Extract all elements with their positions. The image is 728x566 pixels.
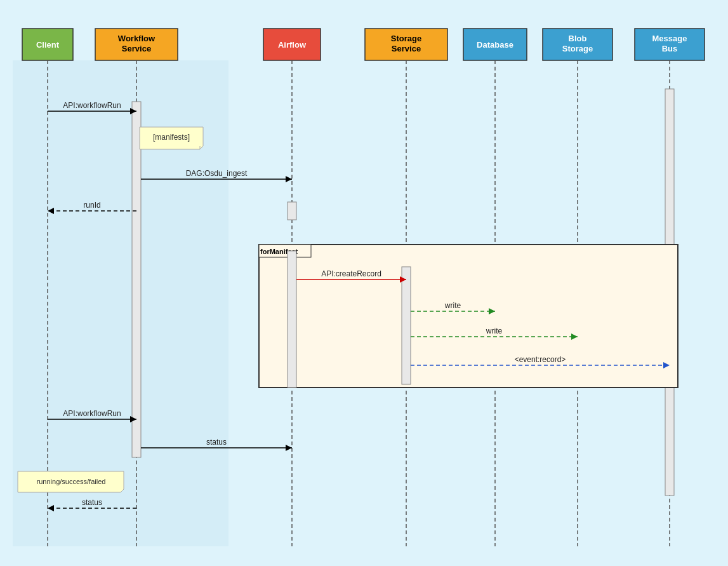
svg-text:[manifests]: [manifests]	[153, 133, 190, 142]
svg-text:Bus: Bus	[662, 44, 678, 53]
svg-text:Service: Service	[122, 44, 151, 53]
svg-rect-29	[288, 202, 296, 220]
svg-text:API:workflowRun: API:workflowRun	[63, 409, 121, 418]
svg-rect-28	[132, 102, 141, 457]
svg-text:runId: runId	[83, 201, 100, 210]
svg-text:Airflow: Airflow	[278, 40, 307, 50]
svg-text:Client: Client	[36, 40, 60, 50]
diagram-container: Manifest Ingest ClientWorkflowServiceAir…	[0, 0, 728, 566]
svg-rect-33	[402, 267, 411, 384]
svg-text:Storage: Storage	[391, 34, 421, 43]
svg-text:Workflow: Workflow	[118, 34, 156, 43]
svg-text:Blob: Blob	[569, 34, 587, 43]
svg-text:DAG:Osdu_ingest: DAG:Osdu_ingest	[186, 169, 248, 178]
svg-text:status: status	[82, 498, 102, 507]
svg-text:API:workflowRun: API:workflowRun	[63, 101, 121, 110]
svg-text:running/success/failed: running/success/failed	[37, 478, 106, 485]
svg-text:status: status	[206, 438, 227, 447]
svg-text:Service: Service	[392, 44, 421, 53]
svg-text:write: write	[486, 327, 503, 335]
svg-text:Database: Database	[477, 40, 513, 50]
svg-text:Storage: Storage	[562, 44, 593, 53]
svg-rect-30	[259, 245, 678, 387]
svg-text:write: write	[444, 301, 461, 310]
sequence-diagram: ClientWorkflowServiceAirflowStorageServi…	[0, 0, 728, 566]
svg-text:<event:record>: <event:record>	[515, 355, 566, 364]
svg-text:Message: Message	[652, 34, 687, 43]
svg-text:API:createRecord: API:createRecord	[321, 269, 381, 278]
svg-rect-34	[288, 251, 296, 387]
